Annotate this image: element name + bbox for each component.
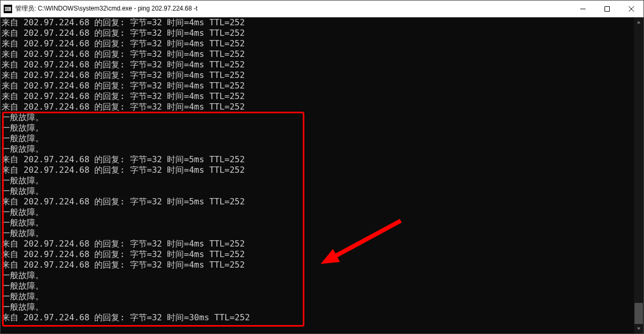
ping-reply-line: 来自 202.97.224.68 的回复: 字节=32 时间=4ms TTL=2… — [2, 17, 633, 28]
ping-failure-line: 一般故障。 — [2, 112, 633, 123]
ping-failure-line: 一般故障。 — [2, 175, 633, 186]
cmd-window: C:\ 管理员: C:\WINDOWS\system32\cmd.exe - p… — [0, 0, 644, 334]
console-output: 来自 202.97.224.68 的回复: 字节=32 时间=4ms TTL=2… — [1, 17, 634, 333]
close-button[interactable] — [619, 1, 643, 17]
console-area[interactable]: 来自 202.97.224.68 的回复: 字节=32 时间=4ms TTL=2… — [1, 17, 643, 333]
ping-reply-line: 来自 202.97.224.68 的回复: 字节=32 时间=5ms TTL=2… — [2, 154, 633, 165]
ping-failure-line: 一般故障。 — [2, 207, 633, 218]
ping-reply-line: 来自 202.97.224.68 的回复: 字节=32 时间=4ms TTL=2… — [2, 38, 633, 49]
ping-reply-line: 来自 202.97.224.68 的回复: 字节=32 时间=4ms TTL=2… — [2, 165, 633, 175]
window-controls — [571, 1, 643, 17]
ping-reply-line: 来自 202.97.224.68 的回复: 字节=32 时间=30ms TTL=… — [2, 312, 633, 323]
maximize-button[interactable] — [595, 1, 619, 17]
ping-reply-line: 来自 202.97.224.68 的回复: 字节=32 时间=4ms TTL=2… — [2, 260, 633, 270]
cmd-icon: C:\ — [4, 5, 12, 13]
ping-failure-line: 一般故障。 — [2, 302, 633, 312]
vertical-scrollbar[interactable] — [634, 17, 643, 333]
ping-failure-line: 一般故障。 — [2, 281, 633, 291]
ping-reply-line: 来自 202.97.224.68 的回复: 字节=32 时间=4ms TTL=2… — [2, 49, 633, 60]
ping-reply-line: 来自 202.97.224.68 的回复: 字节=32 时间=5ms TTL=2… — [2, 197, 633, 207]
window-title: 管理员: C:\WINDOWS\system32\cmd.exe - ping … — [15, 4, 571, 13]
ping-reply-line: 来自 202.97.224.68 的回复: 字节=32 时间=4ms TTL=2… — [2, 60, 633, 70]
ping-failure-line: 一般故障。 — [2, 291, 633, 302]
ping-reply-line: 来自 202.97.224.68 的回复: 字节=32 时间=4ms TTL=2… — [2, 91, 633, 102]
ping-failure-line: 一般故障。 — [2, 144, 633, 154]
ping-reply-line: 来自 202.97.224.68 的回复: 字节=32 时间=4ms TTL=2… — [2, 239, 633, 249]
ping-failure-line: 一般故障。 — [2, 218, 633, 228]
ping-reply-line: 来自 202.97.224.68 的回复: 字节=32 时间=4ms TTL=2… — [2, 249, 633, 260]
scrollbar-thumb[interactable] — [635, 303, 643, 324]
scroll-up-arrow-icon[interactable] — [634, 17, 643, 27]
scroll-down-arrow-icon[interactable] — [634, 324, 643, 333]
minimize-button[interactable] — [571, 1, 595, 17]
ping-reply-line: 来自 202.97.224.68 的回复: 字节=32 时间=4ms TTL=2… — [2, 102, 633, 112]
svg-rect-0 — [605, 6, 610, 11]
ping-reply-line: 来自 202.97.224.68 的回复: 字节=32 时间=4ms TTL=2… — [2, 28, 633, 38]
ping-failure-line: 一般故障。 — [2, 228, 633, 239]
ping-failure-line: 一般故障。 — [2, 123, 633, 133]
ping-reply-line: 来自 202.97.224.68 的回复: 字节=32 时间=4ms TTL=2… — [2, 81, 633, 91]
titlebar[interactable]: C:\ 管理员: C:\WINDOWS\system32\cmd.exe - p… — [1, 1, 643, 17]
ping-failure-line: 一般故障。 — [2, 133, 633, 144]
ping-reply-line: 来自 202.97.224.68 的回复: 字节=32 时间=4ms TTL=2… — [2, 70, 633, 81]
ping-failure-line: 一般故障。 — [2, 270, 633, 281]
ping-failure-line: 一般故障。 — [2, 186, 633, 197]
